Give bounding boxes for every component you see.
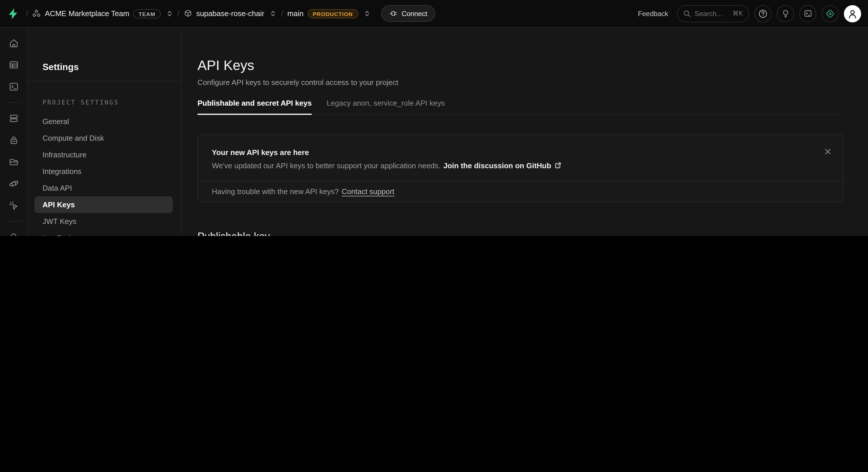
rail-sql-editor-icon[interactable] bbox=[3, 77, 24, 96]
plug-icon bbox=[389, 9, 398, 18]
connect-button[interactable]: Connect bbox=[381, 5, 435, 22]
sidebar-item-data-api[interactable]: Data API bbox=[28, 180, 181, 196]
top-navigation: / ACME Marketplace Team TEAM / supabase-… bbox=[0, 0, 868, 28]
org-badge: TEAM bbox=[133, 9, 161, 18]
search-shortcut: ⌘K bbox=[733, 10, 743, 17]
help-button[interactable] bbox=[754, 5, 772, 22]
branch-name: main bbox=[287, 9, 303, 18]
breadcrumb-branch[interactable]: main PRODUCTION bbox=[287, 9, 371, 18]
project-box-icon bbox=[184, 9, 192, 18]
breadcrumb-separator: / bbox=[26, 9, 28, 19]
api-keys-tabs: Publishable and secret API keys Legacy a… bbox=[197, 99, 844, 115]
breadcrumb-separator: / bbox=[281, 9, 283, 19]
notice-title: Your new API keys are here bbox=[212, 148, 309, 157]
breadcrumb-project[interactable]: supabase-rose-chair bbox=[184, 9, 277, 18]
publishable-key-heading: Publishable key bbox=[197, 231, 270, 236]
item-label: JWT Keys bbox=[42, 217, 76, 226]
search-placeholder: Search... bbox=[694, 9, 722, 18]
org-switcher-chevron-icon[interactable] bbox=[166, 10, 173, 17]
organization-icon bbox=[32, 9, 41, 18]
sidebar-item-jwt-keys[interactable]: JWT Keys bbox=[28, 213, 181, 230]
rail-database-icon[interactable] bbox=[3, 109, 24, 128]
rail-storage-icon[interactable] bbox=[3, 152, 24, 172]
icon-rail bbox=[0, 28, 28, 236]
sidebar-item-infrastructure[interactable]: Infrastructure bbox=[28, 146, 181, 163]
contact-support-link[interactable]: Contact support bbox=[342, 187, 394, 196]
app-window: / ACME Marketplace Team TEAM / supabase-… bbox=[0, 0, 868, 236]
lightbulb-button[interactable] bbox=[777, 5, 794, 22]
breadcrumb-org[interactable]: ACME Marketplace Team TEAM bbox=[32, 9, 173, 18]
notice-body-text: We've updated our API keys to better sup… bbox=[212, 161, 441, 170]
project-name: supabase-rose-chair bbox=[196, 9, 265, 18]
item-label: Compute and Disk bbox=[42, 134, 104, 142]
terminal-button[interactable] bbox=[799, 5, 816, 22]
item-label: Data API bbox=[42, 184, 72, 193]
sidebar-title: Settings bbox=[28, 28, 181, 82]
rail-realtime-icon[interactable] bbox=[3, 196, 24, 215]
page-subtitle: Configure API keys to securely control a… bbox=[197, 78, 398, 87]
rail-table-editor-icon[interactable] bbox=[3, 55, 24, 75]
github-discussion-link[interactable]: Join the discussion on GitHub bbox=[443, 161, 562, 170]
sidebar-item-general[interactable]: General bbox=[28, 113, 181, 130]
nav-right-cluster: Feedback Search... ⌘K bbox=[638, 5, 861, 22]
rail-advisors-icon[interactable] bbox=[3, 227, 24, 236]
search-input[interactable]: Search... ⌘K bbox=[677, 5, 749, 22]
notice-footer-text: Having trouble with the new API keys? bbox=[212, 187, 339, 196]
search-icon bbox=[683, 10, 691, 17]
rail-divider bbox=[5, 102, 22, 103]
item-label: Integrations bbox=[42, 167, 82, 176]
github-link-text: Join the discussion on GitHub bbox=[443, 161, 551, 170]
main-content: API Keys Configure API keys to securely … bbox=[181, 28, 868, 236]
notice-body: We've updated our API keys to better sup… bbox=[212, 161, 561, 170]
sidebar-title-text: Settings bbox=[42, 62, 79, 72]
tab-publishable-secret[interactable]: Publishable and secret API keys bbox=[197, 99, 312, 114]
breadcrumb-separator: / bbox=[177, 9, 179, 19]
new-api-keys-notice: Your new API keys are here We've updated… bbox=[197, 135, 844, 202]
rail-auth-icon[interactable] bbox=[3, 130, 24, 150]
project-switcher-chevron-icon[interactable] bbox=[270, 10, 277, 17]
item-label: General bbox=[42, 117, 69, 126]
connect-label: Connect bbox=[402, 9, 427, 18]
sidebar-item-api-keys[interactable]: API Keys bbox=[34, 196, 173, 213]
section-label: PROJECT SETTINGS bbox=[28, 99, 181, 106]
rail-divider bbox=[5, 221, 22, 222]
tab-legacy-keys[interactable]: Legacy anon, service_role API keys bbox=[327, 99, 445, 114]
sidebar-item-compute-and-disk[interactable]: Compute and Disk bbox=[28, 130, 181, 146]
rail-edge-functions-icon[interactable] bbox=[3, 174, 24, 194]
production-badge: PRODUCTION bbox=[307, 9, 358, 18]
rail-home-icon[interactable] bbox=[3, 33, 24, 53]
branch-switcher-chevron-icon[interactable] bbox=[363, 10, 371, 17]
assistant-diamond-button[interactable] bbox=[822, 5, 839, 22]
supabase-logo-icon[interactable] bbox=[7, 7, 20, 20]
feedback-link[interactable]: Feedback bbox=[638, 9, 668, 18]
org-name: ACME Marketplace Team bbox=[45, 9, 129, 18]
item-label: Infrastructure bbox=[42, 150, 86, 159]
sidebar-section-project-settings: PROJECT SETTINGS General Compute and Dis… bbox=[28, 82, 181, 236]
settings-sidebar: Settings PROJECT SETTINGS General Comput… bbox=[28, 28, 181, 236]
item-label: API Keys bbox=[42, 200, 75, 209]
external-link-box-icon bbox=[554, 162, 561, 169]
page-title: API Keys bbox=[197, 57, 254, 73]
notice-footer: Having trouble with the new API keys? Co… bbox=[198, 181, 843, 202]
user-avatar[interactable] bbox=[844, 5, 861, 22]
close-icon[interactable] bbox=[820, 144, 835, 159]
sidebar-item-log-drains[interactable]: Log Drains bbox=[28, 230, 181, 236]
sidebar-item-integrations[interactable]: Integrations bbox=[28, 163, 181, 180]
item-label: Log Drains bbox=[42, 234, 79, 236]
